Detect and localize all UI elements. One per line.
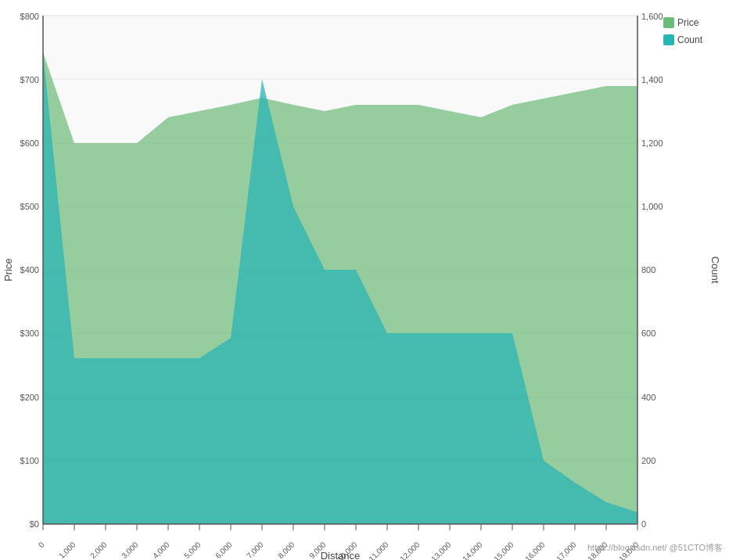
y-right-tick-1200: 1,200 bbox=[641, 138, 663, 148]
svg-text:14,000: 14,000 bbox=[461, 540, 484, 560]
svg-text:11,000: 11,000 bbox=[367, 540, 390, 560]
y-left-tick-200: $200 bbox=[20, 393, 39, 402]
y-left-tick-300: $300 bbox=[20, 328, 39, 338]
chart-svg: $0 $100 $200 $300 $400 $500 $600 $700 $8… bbox=[0, 0, 729, 560]
y-right-tick-600: 600 bbox=[641, 328, 655, 338]
y-right-tick-200: 200 bbox=[641, 456, 655, 465]
svg-text:12,000: 12,000 bbox=[398, 540, 422, 560]
svg-text:3,000: 3,000 bbox=[120, 540, 140, 560]
y-right-tick-400: 400 bbox=[641, 393, 655, 402]
svg-text:16,000: 16,000 bbox=[523, 540, 547, 560]
watermark: https://blog.csdn.net/ @51CTO博客 bbox=[587, 542, 723, 554]
y-left-tick-500: $500 bbox=[20, 202, 39, 211]
x-axis-label: Distance bbox=[321, 550, 361, 560]
y-right-tick-1400: 1,400 bbox=[641, 75, 663, 84]
svg-text:6,000: 6,000 bbox=[214, 540, 234, 560]
y-right-axis: 0 200 400 600 800 1,000 1,200 1,400 1,60… bbox=[641, 12, 663, 529]
count-legend-label: Count bbox=[677, 34, 703, 45]
y-right-tick-0: 0 bbox=[641, 519, 646, 529]
y-left-axis: $0 $100 $200 $300 $400 $500 $600 $700 $8… bbox=[20, 12, 39, 529]
y-right-tick-1000: 1,000 bbox=[641, 202, 663, 211]
svg-text:0: 0 bbox=[37, 540, 46, 549]
y-right-tick-1600: 1,600 bbox=[641, 12, 663, 21]
y-left-label: Price bbox=[2, 258, 14, 282]
legend: Price Count bbox=[663, 17, 703, 45]
svg-text:7,000: 7,000 bbox=[245, 540, 265, 560]
y-left-tick-700: $700 bbox=[20, 75, 39, 84]
svg-text:13,000: 13,000 bbox=[429, 540, 453, 560]
svg-text:1,000: 1,000 bbox=[57, 540, 77, 560]
y-right-tick-800: 800 bbox=[641, 265, 655, 275]
y-left-tick-600: $600 bbox=[20, 138, 39, 148]
svg-text:8,000: 8,000 bbox=[276, 540, 296, 560]
y-right-label: Count bbox=[709, 257, 721, 284]
chart-container: $0 $100 $200 $300 $400 $500 $600 $700 $8… bbox=[0, 0, 729, 560]
y-left-tick-400: $400 bbox=[20, 265, 39, 275]
svg-text:15,000: 15,000 bbox=[492, 540, 515, 560]
y-left-tick-100: $100 bbox=[20, 456, 39, 465]
price-legend-label: Price bbox=[677, 17, 699, 28]
svg-text:2,000: 2,000 bbox=[88, 540, 109, 560]
y-left-tick-0: $0 bbox=[30, 519, 39, 529]
svg-text:17,000: 17,000 bbox=[555, 540, 578, 560]
count-legend-swatch bbox=[663, 34, 674, 45]
svg-text:4,000: 4,000 bbox=[151, 540, 171, 560]
price-legend-swatch bbox=[663, 17, 674, 28]
svg-text:5,000: 5,000 bbox=[182, 540, 203, 560]
y-left-tick-800: $800 bbox=[20, 12, 39, 21]
